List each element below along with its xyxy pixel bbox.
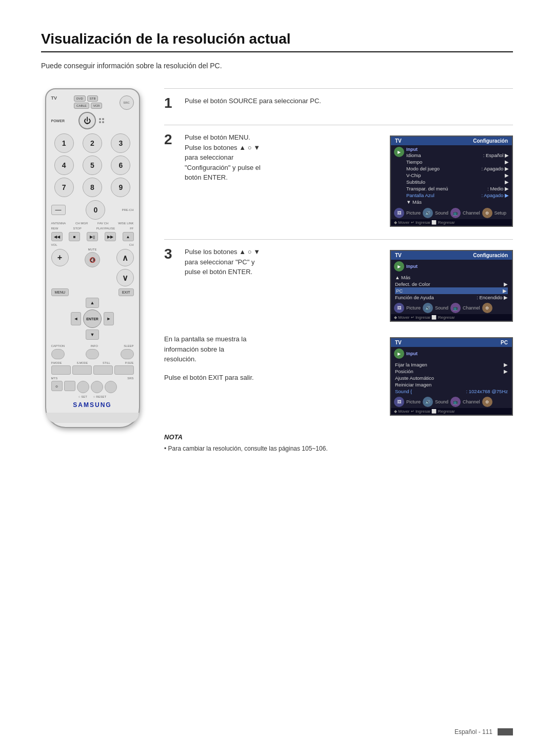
rew-button[interactable]: ◀◀ [51,232,63,241]
mts-button[interactable]: ⊙ [51,381,63,391]
srs-label: SRS [127,377,133,380]
pc-menu-body: ▶ Input Fijar la Imagen▶ Posición▶ [391,347,512,408]
cable-vcr-row: CABLE VCR [74,103,102,109]
step-2-text: Pulse el botón MENU. Pulse los botones ▲… [185,132,261,183]
info-pc-container: En la pantalla se muestra la información… [164,334,513,416]
cable-button[interactable]: CABLE [74,103,89,109]
set-reset-row: ○ SET ○ RESET [51,395,134,398]
step-1-content: Pulse el botón SOURCE para seleccionar P… [185,96,513,110]
button-6[interactable]: 6 [111,156,130,175]
button-9[interactable]: 9 [111,178,130,197]
color-btn-2[interactable] [91,381,103,393]
menu-item-vchip: V-Chip▶ [406,172,509,179]
psize-button[interactable] [114,365,134,375]
exit-button[interactable]: EXIT [118,288,134,296]
nota-section: NOTA • Para cambiar la resolución, consu… [164,428,513,453]
minus-button[interactable]: — [51,205,66,215]
menu-item-pantalla: Pantalla Azul: Apagado ▶ [406,192,509,199]
button-7[interactable]: 7 [54,178,74,197]
caption-button[interactable] [51,349,65,359]
stb-button[interactable]: STB [87,95,98,102]
ch-up-btn2[interactable]: ∧ [116,249,134,266]
mute-button[interactable]: 🔇 [85,252,100,267]
pc-menu-title: PC [501,340,508,345]
step-2-inner: 2 Pulse el botón MENU. Pulse los botones… [164,132,382,187]
tv-menu-1-footer: ◆ Mover ↵ Ingresar ⬜ Regresar [391,219,512,226]
fav-ch-label: FAV CH [97,222,108,225]
ff-button[interactable]: ▶▶ [105,232,116,241]
pc-menu-header: TV PC [391,338,512,347]
step-2-text-area: Pulse el botón MENU. Pulse los botones ▲… [185,132,261,187]
play-pause-label: PLAY/PAUSE [96,227,115,230]
nav-right-button[interactable]: ► [104,312,114,325]
still-button[interactable] [93,365,113,375]
page-title: Visualización de la resolución actual [41,31,513,52]
info-text: En la pantalla se muestra la información… [164,334,382,364]
power-button[interactable]: ⏻ [78,112,96,129]
mute-area: MUTE 🔇 [85,248,100,267]
button-8[interactable]: 8 [83,178,102,197]
tv-menu-1-header: TV Configuración [391,137,512,145]
nav-middle-row: ◄ ENTER ► [71,309,114,328]
tv-menu-2-body: ▶ Input ▲ Más Defect. de Color▶ PC▶ [391,260,512,314]
tv-menu-pc: TV PC ▶ Input Fijar la Imagen▶ [390,337,513,416]
power-icon: ⏻ [84,117,91,125]
vol-ch-labels: VOL CH [51,243,134,246]
button-5[interactable]: 5 [83,156,102,175]
ch-down-btn[interactable]: ∨ [116,269,134,286]
vcr-button[interactable]: VCR [91,103,103,109]
picture-icon: 🖼 [394,208,404,218]
pmode-button[interactable] [51,365,71,375]
nav-up-row: ▲ [86,298,99,308]
nav-down-button[interactable]: ▼ [86,329,99,340]
nav-up-button[interactable]: ▲ [86,298,99,308]
color-btn-1[interactable] [77,381,89,393]
vol-down-row: ∨ [51,269,134,286]
menu2-channel-icon: 📺 [450,303,461,313]
step-3-number: 3 [164,247,176,261]
info-button[interactable] [86,349,99,359]
pc-channel-label: Channel [463,399,480,404]
button-1[interactable]: 1 [54,133,74,153]
button-2[interactable]: 2 [83,133,102,153]
pc-fijar: Fijar la Imagen▶ [395,361,508,368]
power-label: POWER [51,119,65,123]
channel-label: Channel [463,210,480,216]
stop-button[interactable]: ■ [69,232,80,241]
nota-text: • Para cambiar la resolución, consulte l… [164,444,513,453]
button-0[interactable]: 0 [86,200,105,220]
reset-label: ○ RESET [93,395,106,398]
tv-menu-2-footer: ◆ Mover ↵ Ingresar ⬜ Regresar [391,314,512,321]
vol-up-button[interactable]: + [51,249,69,266]
pc-icons-row: ▶ Input [391,347,512,360]
input-icon: ▶ [394,147,404,157]
stop-label: STOP [73,227,81,230]
button-3[interactable]: 3 [111,133,130,153]
menu-button[interactable]: MENU [51,288,69,296]
info-left: En la pantalla se muestra la información… [164,334,382,416]
menu2-input-icon: ▶ [394,261,404,272]
menu-item-transpar: Transpar. del menú: Medio ▶ [406,185,509,192]
enter-button[interactable]: ENTER [83,309,102,328]
picture-label: Picture [406,210,421,216]
step-3-right: TV Configuración ▶ Input ▲ Más D [390,247,513,322]
psize-label: P.SIZE [125,361,134,364]
tv-menu-1: TV Configuración ▶ Input Idioma: [390,135,513,227]
menu1-bottom-icons: 🖼 Picture 🔊 Sound 📺 Channel ⚙ Setup [391,207,512,219]
content-area: TV DVD STB CABLE VCR SRC [41,88,513,453]
play-button[interactable]: ▶|| [87,232,98,241]
smode-button[interactable] [72,365,92,375]
button-4[interactable]: 4 [54,156,74,175]
sleep-button[interactable] [121,349,134,359]
step-3-left: 3 Pulse los botones ▲ ○ ▼ para seleccion… [164,247,382,322]
nav-left-button[interactable]: ◄ [71,312,81,325]
page-container: Visualización de la resolución actual Pu… [0,0,554,484]
color-btn-3[interactable] [105,381,117,393]
dvd-button[interactable]: DVD [74,95,86,102]
exit-text: Pulse el botón EXIT para salir. [164,373,382,383]
source-button[interactable]: SRC [120,95,134,110]
pc-input-icon: ▶ [394,348,404,359]
ch-up-button[interactable]: ▲ [123,232,134,241]
srs-button[interactable] [64,381,75,391]
step-1-text: Pulse el botón SOURCE para seleccionar P… [185,96,513,106]
